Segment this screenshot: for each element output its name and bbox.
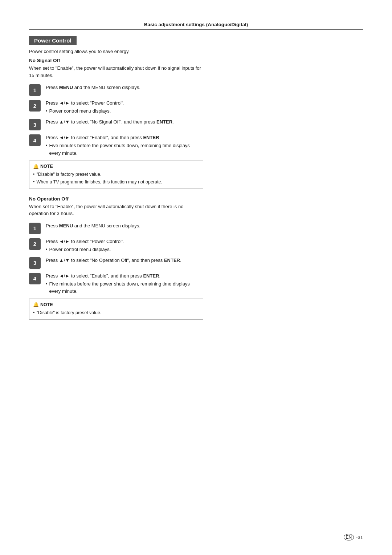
note-item-op-1: "Disable" is factory preset value. — [33, 309, 199, 316]
step-4-content: Press ◄/► to select "Enable", and then p… — [46, 134, 202, 157]
step-3b-content: Press ▲/▼ to select "No Operation Off", … — [46, 257, 181, 264]
step-badge-4: 4 — [29, 134, 41, 146]
step-badge-3b: 3 — [29, 257, 41, 269]
step-row: 2 Press ◄/► to select "Power Control". P… — [29, 100, 363, 115]
note-box-signal: 🔔 NOTE "Disable" is factory preset value… — [29, 161, 203, 189]
step-4b-bullet: Five minutes before the power shuts down… — [46, 280, 202, 295]
step-badge-3: 3 — [29, 119, 41, 130]
no-operation-off-desc: When set to "Enable", the power will aut… — [29, 203, 203, 217]
step-1-content: Press MENU and the MENU screen displays. — [46, 84, 140, 91]
step-badge-2b: 2 — [29, 238, 41, 250]
step-row: 3 Press ▲/▼ to select "No Signal Off", a… — [29, 118, 363, 130]
no-signal-off-steps: 1 Press MENU and the MENU screen display… — [29, 84, 363, 157]
note-header: 🔔 NOTE — [33, 163, 199, 170]
section-header: Basic adjustment settings (Analogue/Digi… — [29, 22, 363, 30]
step-row: 4 Press ◄/► to select "Enable", and then… — [29, 134, 363, 157]
step-badge-1: 1 — [29, 84, 41, 96]
note-item-2: When a TV programme finishes, this funct… — [33, 179, 199, 186]
step-row: 4 Press ◄/► to select "Enable", and then… — [29, 272, 363, 295]
step-badge-2: 2 — [29, 100, 41, 112]
page: Basic adjustment settings (Analogue/Digi… — [0, 0, 392, 555]
step-2b-bullet: Power control menu displays. — [46, 246, 124, 253]
step-badge-1b: 1 — [29, 223, 41, 234]
page-num-text: -31 — [356, 535, 363, 540]
intro-text: Power control setting allows you to save… — [29, 49, 363, 54]
step-4-bullet: Five minutes before the power shuts down… — [46, 142, 202, 157]
power-control-title: Power Control — [29, 36, 77, 45]
step-row: 1 Press MENU and the MENU screen display… — [29, 222, 363, 234]
note-label-2: NOTE — [40, 301, 53, 308]
step-row: 3 Press ▲/▼ to select "No Operation Off"… — [29, 257, 363, 269]
note-label: NOTE — [40, 163, 53, 170]
no-operation-off-heading: No Operation Off — [29, 196, 363, 202]
page-number: EN -31 — [344, 534, 363, 540]
no-signal-off-heading: No Signal Off — [29, 58, 363, 63]
step-4b-content: Press ◄/► to select "Enable", and then p… — [46, 272, 202, 295]
step-3-content: Press ▲/▼ to select "No Signal Off", and… — [46, 118, 174, 126]
no-operation-off-steps: 1 Press MENU and the MENU screen display… — [29, 222, 363, 295]
en-badge: EN — [344, 534, 354, 540]
step-2b-content: Press ◄/► to select "Power Control". Pow… — [46, 238, 124, 253]
note-icon-2: 🔔 — [33, 301, 39, 308]
step-1b-content: Press MENU and the MENU screen displays. — [46, 222, 140, 230]
step-2-bullet: Power control menu displays. — [46, 108, 124, 115]
note-item-1: "Disable" is factory preset value. — [33, 171, 199, 178]
no-signal-off-desc: When set to "Enable", the power will aut… — [29, 65, 203, 79]
step-2-content: Press ◄/► to select "Power Control". Pow… — [46, 100, 124, 115]
step-row: 1 Press MENU and the MENU screen display… — [29, 84, 363, 96]
note-box-operation: 🔔 NOTE "Disable" is factory preset value… — [29, 299, 203, 319]
step-row: 2 Press ◄/► to select "Power Control". P… — [29, 238, 363, 253]
note-header-2: 🔔 NOTE — [33, 301, 199, 308]
note-icon: 🔔 — [33, 163, 39, 170]
step-badge-4b: 4 — [29, 273, 41, 284]
